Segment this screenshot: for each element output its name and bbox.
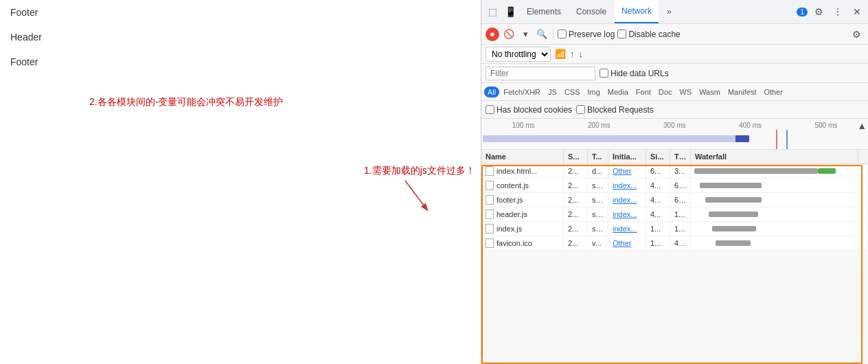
preserve-log-label[interactable]: Preserve log (558, 30, 615, 39)
device-icon[interactable]: 📱 (502, 3, 518, 20)
type-btn-all[interactable]: All (484, 87, 499, 98)
td-waterfall-3 (691, 194, 868, 206)
type-btn-font[interactable]: Font (632, 87, 654, 98)
throttle-select[interactable]: No throttling (486, 47, 551, 62)
tab-console[interactable]: Console (569, 0, 613, 23)
blocked-requests-checkbox[interactable] (576, 105, 585, 114)
has-blocked-cookies-label[interactable]: Has blocked cookies (486, 105, 572, 115)
table-row[interactable]: favicon.ico 2... v... Other 1... 4 ... (481, 236, 868, 251)
hide-data-urls-checkbox[interactable] (599, 69, 608, 78)
table-row[interactable]: index.html... 2... d... Other 6... 3... (481, 164, 868, 179)
td-size-4: 4... (646, 208, 670, 220)
hide-data-urls-label[interactable]: Hide data URLs (599, 69, 669, 78)
td-status-4: 2... (564, 208, 588, 220)
td-waterfall-4 (691, 208, 868, 220)
type-btn-css[interactable]: CSS (561, 87, 584, 98)
arrow-svg (385, 177, 439, 215)
table-row[interactable]: header.js 2... sc... index... 4... 1... (481, 207, 868, 222)
td-size-5: 1... (646, 223, 670, 235)
download-icon[interactable]: ↓ (579, 49, 584, 59)
td-status-1: 2... (564, 165, 588, 177)
devtools-panel: ⬚ 📱 Elements Console Network » 1 ⚙ ⋮ ✕ ●… (481, 0, 868, 364)
svg-line-1 (405, 181, 426, 208)
td-name-3: footer.js (481, 193, 564, 207)
td-size-1: 6... (646, 165, 670, 177)
blocked-requests-label[interactable]: Blocked Requests (576, 105, 654, 115)
page-area: Footer Header Footer 2.各各模块间的-变量可能会冲突不易开… (0, 0, 481, 364)
td-time-1: 3... (670, 165, 691, 177)
menu-icon[interactable]: ⋮ (830, 3, 846, 20)
network-table[interactable]: index.html... 2... d... Other 6... 3... … (481, 164, 868, 251)
td-initiator-6: Other (608, 237, 646, 249)
disable-cache-checkbox[interactable] (617, 30, 626, 38)
th-name[interactable]: Name (481, 150, 564, 163)
file-icon (486, 166, 494, 176)
td-size-3: 4... (646, 194, 670, 206)
table-header: Name S... T... Initia... Si... Ti... Wat… (481, 150, 868, 164)
topbar-right-icons: 1 ⚙ ⋮ ✕ (795, 3, 865, 20)
disable-cache-label[interactable]: Disable cache (617, 30, 680, 39)
td-status-6: 2... (564, 237, 588, 249)
cursor-icon[interactable]: ⬚ (484, 3, 501, 20)
td-waterfall-5 (691, 223, 868, 235)
th-type[interactable]: T... (588, 150, 608, 163)
file-icon (486, 195, 494, 205)
th-time[interactable]: Ti... (670, 150, 691, 163)
type-btn-ws[interactable]: WS (676, 87, 695, 98)
td-time-6: 4 ... (670, 237, 691, 249)
td-name-2: content.js (481, 179, 564, 192)
search-button[interactable]: 🔍 (535, 27, 549, 41)
type-btn-fetchxhr[interactable]: Fetch/XHR (500, 87, 544, 98)
td-initiator-3: index... (608, 194, 646, 206)
type-btn-wasm[interactable]: Wasm (696, 87, 724, 98)
td-name-1: index.html... (481, 164, 564, 178)
has-blocked-cookies-checkbox[interactable] (486, 105, 494, 114)
th-status[interactable]: S... (564, 150, 588, 163)
footer-text-1: Footer (0, 0, 481, 25)
table-row[interactable]: index.js 2... sc... index... 1... 1... (481, 222, 868, 236)
sort-icon[interactable]: ▲ (857, 120, 867, 131)
th-waterfall[interactable]: Waterfall (691, 150, 858, 163)
header-text: Header (0, 25, 481, 49)
type-btn-other[interactable]: Other (760, 87, 786, 98)
file-icon (486, 181, 494, 190)
td-name-5: index.js (481, 222, 564, 236)
table-row[interactable]: content.js 2... sc... index... 4... 6 ..… (481, 179, 868, 193)
td-name-4: header.js (481, 207, 564, 221)
upload-icon[interactable]: ↑ (570, 49, 575, 59)
file-icon (486, 224, 494, 234)
devtools-topbar: ⬚ 📱 Elements Console Network » 1 ⚙ ⋮ ✕ (481, 0, 868, 24)
close-icon[interactable]: ✕ (849, 3, 865, 20)
type-btn-img[interactable]: Img (584, 87, 604, 98)
filter-bar: Hide data URLs (481, 64, 868, 83)
type-filter-bar: All Fetch/XHR JS CSS Img Media Font Doc … (481, 83, 868, 101)
tab-network[interactable]: Network (615, 0, 659, 23)
preserve-log-checkbox[interactable] (558, 30, 567, 38)
gear-icon[interactable]: ⚙ (810, 3, 827, 20)
table-container: Name S... T... Initia... Si... Ti... Wat… (481, 150, 868, 364)
type-btn-js[interactable]: JS (545, 87, 560, 98)
td-status-3: 2... (564, 194, 588, 206)
filter-input[interactable] (486, 67, 595, 80)
td-type-3: sc... (588, 194, 608, 206)
tab-more[interactable]: » (660, 0, 678, 23)
clear-button[interactable]: 🚫 (502, 27, 516, 41)
scroll-spacer (858, 150, 868, 163)
th-size[interactable]: Si... (646, 150, 670, 163)
td-time-4: 1... (670, 208, 691, 220)
wifi-icon[interactable]: 📶 (555, 49, 566, 59)
th-initiator[interactable]: Initia... (608, 150, 646, 163)
filter-button[interactable]: ▾ (518, 27, 532, 41)
svg-rect-2 (483, 135, 744, 142)
record-button[interactable]: ● (486, 27, 499, 41)
tab-elements[interactable]: Elements (520, 0, 568, 23)
td-type-4: sc... (588, 208, 608, 220)
type-btn-doc[interactable]: Doc (655, 87, 676, 98)
type-btn-manifest[interactable]: Manifest (724, 87, 760, 98)
td-status-5: 2... (564, 223, 588, 235)
type-btn-media[interactable]: Media (604, 87, 632, 98)
td-type-1: d... (588, 165, 608, 177)
annotation-1: 2.各各模块间的-变量可能会冲突不易开发维护 (89, 96, 283, 109)
network-settings-button[interactable]: ⚙ (849, 27, 864, 41)
table-row[interactable]: footer.js 2... sc... index... 4... 6 ... (481, 193, 868, 207)
